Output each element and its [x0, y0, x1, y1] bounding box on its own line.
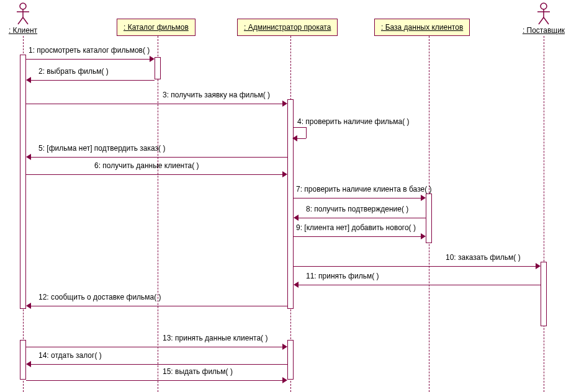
message-5: 5: [фильма нет] подтвердить заказ( ): [26, 153, 287, 161]
lifeline-catalog: [158, 36, 158, 392]
svg-point-0: [20, 3, 26, 9]
activation-client-2: [20, 340, 26, 380]
message-3: 3: получить заявку на фильм( ): [26, 99, 287, 108]
stick-figure-icon: [14, 2, 32, 25]
actor-supplier: : Поставщик: [520, 2, 566, 35]
svg-line-3: [18, 17, 23, 24]
actor-supplier-label: : Поставщик: [520, 26, 566, 35]
participant-db: : База данных клиентов: [374, 19, 470, 36]
activation-admin-2: [287, 340, 294, 380]
activation-db: [426, 194, 432, 243]
message-7: 7: проверить наличие клиента в базе( ): [294, 194, 426, 202]
message-1: 1: просмотреть каталог фильмов( ): [26, 55, 155, 63]
actor-client-label: : Клиент: [6, 26, 40, 35]
message-11: 11: принять фильм( ): [294, 280, 541, 289]
activation-catalog: [155, 57, 161, 79]
activation-admin-1: [287, 99, 294, 309]
message-6: 6: получить данные клиента( ): [26, 170, 287, 179]
participant-catalog: : Каталог фильмов: [117, 19, 195, 36]
participant-catalog-label: : Каталог фильмов: [124, 23, 189, 32]
svg-point-5: [541, 3, 547, 9]
activation-supplier: [541, 262, 547, 326]
message-9: 9: [клиента нет] добавить нового( ): [294, 232, 426, 241]
svg-line-4: [23, 17, 28, 24]
sequence-diagram: : Клиент : Поставщик : Каталог фильмов :…: [0, 0, 566, 392]
message-8: 8: получить подтверждение( ): [294, 213, 426, 222]
stick-figure-icon: [535, 2, 552, 25]
message-12: 12: сообщить о доставке фильма( ): [26, 301, 287, 310]
lifeline-supplier: [544, 36, 544, 392]
activation-client-1: [20, 55, 26, 309]
actor-client: : Клиент: [6, 2, 40, 35]
svg-line-8: [539, 17, 544, 24]
participant-admin-label: : Администратор проката: [244, 23, 331, 32]
message-10: 10: заказать фильм( ): [294, 262, 541, 270]
participant-admin: : Администратор проката: [237, 19, 338, 36]
message-14: 14: отдать залог( ): [26, 360, 287, 368]
message-2: 2: выбрать фильм( ): [26, 76, 155, 84]
participant-db-label: : База данных клиентов: [381, 23, 463, 32]
svg-line-9: [544, 17, 549, 24]
message-13: 13: принять данные клиента( ): [26, 342, 287, 351]
message-15: 15: выдать фильм( ): [26, 376, 287, 385]
